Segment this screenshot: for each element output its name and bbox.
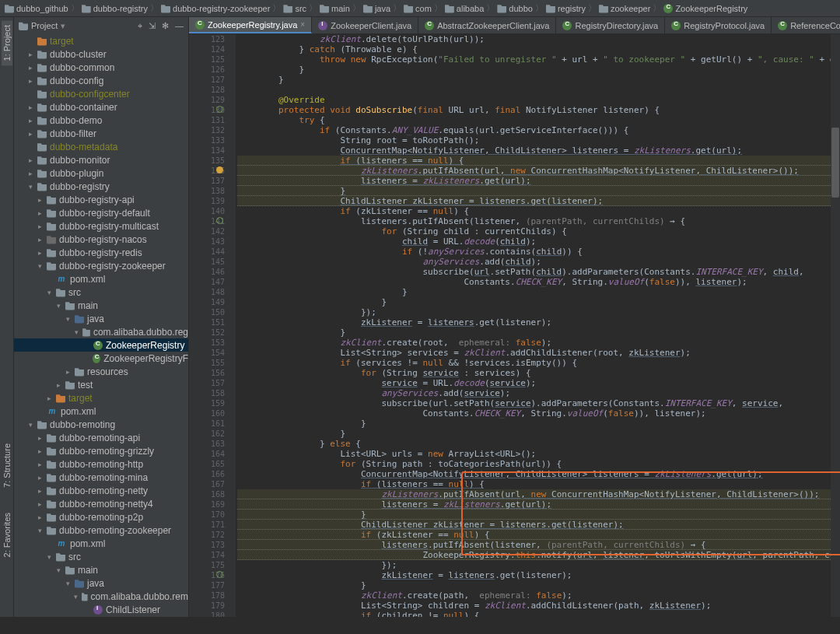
tree-arrow-icon[interactable] (36, 408, 44, 415)
line-number[interactable]: 147 (194, 277, 225, 287)
line-number[interactable]: 129 (194, 95, 225, 105)
tree-item[interactable]: mpom.xml (14, 537, 188, 550)
code-line[interactable]: listeners = zkListeners.get(url); (237, 499, 831, 510)
tree-item[interactable]: dubbo-registry-default (14, 206, 188, 219)
line-number[interactable]: 132 (194, 125, 225, 135)
code-line[interactable]: zkListener = listeners.get(listener); (237, 570, 831, 580)
code-line[interactable]: zkClient.create(root, ephemeral: false); (237, 338, 831, 348)
code-line[interactable]: for (String child : currentChilds) { (237, 226, 831, 236)
tree-arrow-icon[interactable] (45, 275, 53, 283)
line-number[interactable]: 127 (194, 75, 225, 85)
code-line[interactable]: protected void doSubscribe(final URL url… (237, 105, 831, 115)
line-number[interactable]: 159 (194, 398, 225, 408)
code-line[interactable]: throw new RpcException("Failed to unregi… (237, 54, 831, 65)
tree-item[interactable]: java (14, 576, 188, 590)
tree-item[interactable]: dubbo-config (14, 74, 188, 87)
breadcrumb-item[interactable]: com (404, 4, 432, 13)
tree-arrow-icon[interactable] (82, 606, 90, 614)
line-number[interactable]: 164 (194, 449, 225, 459)
hide-icon[interactable]: — (175, 21, 184, 31)
gear-icon[interactable]: ✻ (162, 21, 169, 31)
tree-arrow-icon[interactable] (36, 262, 44, 270)
line-number[interactable]: 143 (194, 236, 225, 247)
code-line[interactable]: zkClient.delete(toUrlPath(url)); (237, 34, 831, 44)
tree-arrow-icon[interactable] (26, 117, 34, 124)
tree-item[interactable]: resources (14, 365, 188, 378)
line-number[interactable]: 139 (194, 196, 225, 206)
code-line[interactable]: List<String> children = zkClient.addChil… (237, 601, 831, 611)
tree-item[interactable]: ZookeeperRegistryF (14, 352, 188, 365)
code-line[interactable]: ConcurrentMap<NotifyListener, ChildListe… (237, 469, 831, 479)
tree-item[interactable]: dubbo-remoting (14, 418, 188, 431)
code-line[interactable]: Constants.CHECK_KEY, String.valueOf(fals… (237, 277, 831, 287)
tree-arrow-icon[interactable] (54, 566, 62, 574)
line-number[interactable]: 160 (194, 408, 225, 419)
tree-item[interactable]: dubbo-configcenter (14, 87, 188, 100)
line-number[interactable]: 123 (194, 34, 225, 44)
collapse-icon[interactable]: ⇲ (149, 21, 156, 31)
line-number[interactable]: 165 (194, 459, 225, 469)
code-line[interactable]: ConcurrentMap<NotifyListener, ChildListe… (237, 145, 831, 156)
code-line[interactable]: listeners.putIfAbsent(listener, (parentP… (237, 540, 831, 550)
line-number[interactable]: 146 (194, 267, 225, 277)
tree-item[interactable]: test (14, 378, 188, 391)
tree-item[interactable]: main (14, 299, 188, 312)
line-number[interactable]: 175 (194, 560, 225, 570)
tree-item[interactable]: src (14, 550, 188, 563)
code-line[interactable]: } (237, 419, 831, 429)
breadcrumb-item[interactable]: dubbo-registry (82, 4, 148, 13)
tree-item[interactable]: dubbo-registry-api (14, 193, 188, 206)
line-number[interactable]: 180 (194, 611, 225, 617)
line-number[interactable]: 151 (194, 317, 225, 328)
project-tool-tab[interactable]: 1: Project (2, 20, 12, 65)
line-number[interactable]: 133 (194, 135, 225, 145)
line-number[interactable]: 161 (194, 419, 225, 429)
code-editor[interactable]: zkClient.delete(toUrlPath(url)); } catch… (236, 34, 831, 617)
tree-arrow-icon[interactable] (36, 209, 44, 217)
code-line[interactable]: anyServices.add(child); (237, 257, 831, 267)
editor-tab[interactable]: ReferenceConf (772, 17, 840, 33)
tree-item[interactable]: dubbo-metadata (14, 140, 188, 153)
line-number[interactable]: 152 (194, 328, 225, 338)
code-line[interactable]: } (237, 75, 831, 85)
tree-arrow-icon[interactable] (26, 170, 34, 177)
tree-item[interactable]: src (14, 285, 188, 299)
line-number[interactable]: 169 (194, 499, 225, 510)
editor-tab[interactable]: ZookeeperRegistry.java× (189, 17, 312, 33)
breadcrumb-item[interactable]: alibaba (445, 4, 484, 13)
tree-arrow-icon[interactable] (36, 236, 44, 243)
code-line[interactable]: ZookeeperRegistry.this.notify(url, liste… (237, 550, 831, 560)
tree-item[interactable]: dubbo-remoting-p2p (14, 510, 188, 524)
override-icon[interactable] (216, 571, 223, 578)
line-number[interactable]: 125 (194, 54, 225, 65)
close-icon[interactable]: × (300, 20, 305, 29)
tree-arrow-icon[interactable] (36, 249, 44, 257)
line-number[interactable]: 156 (194, 368, 225, 378)
code-line[interactable]: for (String path : toCategoriesPath(url)… (237, 459, 831, 469)
tree-item[interactable]: dubbo-remoting-netty4 (14, 497, 188, 510)
tree-arrow-icon[interactable] (36, 196, 44, 204)
code-line[interactable]: zkListeners.putIfAbsent(url, new Concurr… (237, 166, 831, 176)
tree-arrow-icon[interactable] (26, 183, 34, 191)
line-number[interactable]: 177 (194, 580, 225, 590)
breadcrumb-item[interactable]: java (363, 4, 390, 13)
bulb-icon[interactable] (216, 166, 223, 173)
tree-item[interactable]: dubbo-monitor (14, 153, 188, 166)
tree-item[interactable]: dubbo-remoting-mina (14, 471, 188, 484)
code-line[interactable]: zkClient.create(path, ephemeral: false); (237, 590, 831, 601)
line-number[interactable]: 155 (194, 358, 225, 368)
code-line[interactable]: child = URL.decode(child); (237, 236, 831, 247)
line-number[interactable]: 170 (194, 510, 225, 520)
tree-arrow-icon[interactable] (26, 143, 34, 151)
tree-arrow-icon[interactable] (36, 474, 44, 482)
tree-item[interactable]: dubbo-remoting-netty (14, 484, 188, 497)
tree-item[interactable]: dubbo-remoting-http (14, 457, 188, 471)
code-line[interactable]: } catch (Throwable e) { (237, 44, 831, 54)
tree-item[interactable]: main (14, 563, 188, 576)
editor-tab[interactable]: AbstractZookeeperClient.java (418, 17, 556, 33)
chevron-down-icon[interactable]: ▾ (61, 21, 65, 31)
line-number[interactable]: 167 (194, 479, 225, 489)
favorites-tool-tab[interactable]: 2: Favorites (2, 508, 12, 562)
code-line[interactable]: zkListener = listeners.get(listener); (237, 317, 831, 328)
breadcrumb-item[interactable]: src (283, 4, 306, 13)
